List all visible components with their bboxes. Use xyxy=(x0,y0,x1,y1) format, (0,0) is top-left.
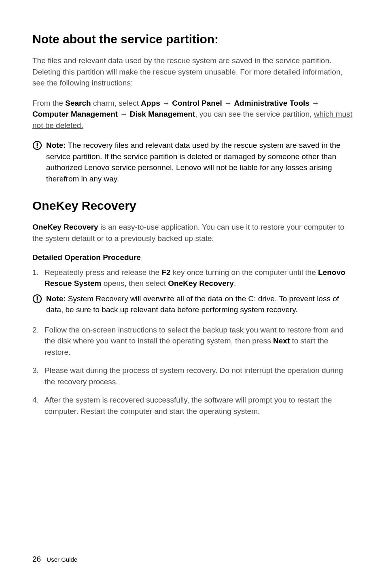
apps-label: Apps xyxy=(141,99,160,107)
footer-label: User Guide xyxy=(47,556,77,563)
svg-rect-1 xyxy=(37,143,38,147)
text: From the xyxy=(32,99,65,107)
text: key once turning on the computer until t… xyxy=(171,268,318,277)
text: . xyxy=(234,279,236,288)
note-block-2: Note: System Recovery will overwrite all… xyxy=(32,293,354,315)
page-footer: 26 User Guide xyxy=(32,555,77,564)
text: charm, select xyxy=(91,99,141,107)
note-body: The recovery files and relevant data use… xyxy=(46,141,340,183)
admin-tools-label: Administrative Tools xyxy=(234,99,310,107)
svg-rect-2 xyxy=(37,147,38,148)
list-item: Repeatedly press and release the F2 key … xyxy=(32,267,354,289)
arrow: → xyxy=(222,99,234,107)
text: , you can see the service partition, xyxy=(195,110,314,118)
f2-key-label: F2 xyxy=(161,268,170,277)
procedure-list-cont: Follow the on-screen instructions to sel… xyxy=(32,324,354,417)
warning-icon xyxy=(32,141,42,152)
list-item: After the system is recovered successful… xyxy=(32,394,354,417)
svg-rect-4 xyxy=(37,296,38,300)
list-item: Please wait during the process of system… xyxy=(32,365,354,387)
arrow: → xyxy=(118,110,130,118)
text: Repeatedly press and release the xyxy=(45,268,161,277)
list-item: Follow the on-screen instructions to sel… xyxy=(32,324,354,358)
note-label: Note: xyxy=(46,294,66,303)
paragraph-path: From the Search charm, select Apps → Con… xyxy=(32,98,354,131)
svg-rect-5 xyxy=(37,300,38,302)
paragraph-intro: The files and relevant data used by the … xyxy=(32,55,354,89)
note-label: Note: xyxy=(46,141,66,149)
control-panel-label: Control Panel xyxy=(172,99,222,107)
onekey-recovery-label: OneKey Recovery xyxy=(32,223,98,231)
note-text: Note: System Recovery will overwrite all… xyxy=(46,293,354,315)
computer-management-label: Computer Management xyxy=(32,110,118,118)
disk-management-label: Disk Management xyxy=(130,110,195,118)
arrow: → xyxy=(160,99,172,107)
paragraph-onekey: OneKey Recovery is an easy-to-use applic… xyxy=(32,222,354,244)
arrow: → xyxy=(310,99,319,107)
subheading-procedure: Detailed Operation Procedure xyxy=(32,253,354,262)
onekey-recovery-select-label: OneKey Recovery xyxy=(168,279,234,288)
page-number: 26 xyxy=(32,555,41,563)
heading-onekey-recovery: OneKey Recovery xyxy=(32,199,354,213)
search-label: Search xyxy=(65,99,91,107)
heading-service-partition: Note about the service partition: xyxy=(32,32,354,46)
warning-icon xyxy=(32,294,42,305)
note-body: System Recovery will overwrite all of th… xyxy=(46,294,339,314)
note-text: Note: The recovery files and relevant da… xyxy=(46,140,354,184)
procedure-list: Repeatedly press and release the F2 key … xyxy=(32,267,354,289)
text: opens, then select xyxy=(101,279,168,288)
note-block-1: Note: The recovery files and relevant da… xyxy=(32,140,354,184)
next-label: Next xyxy=(273,337,290,345)
